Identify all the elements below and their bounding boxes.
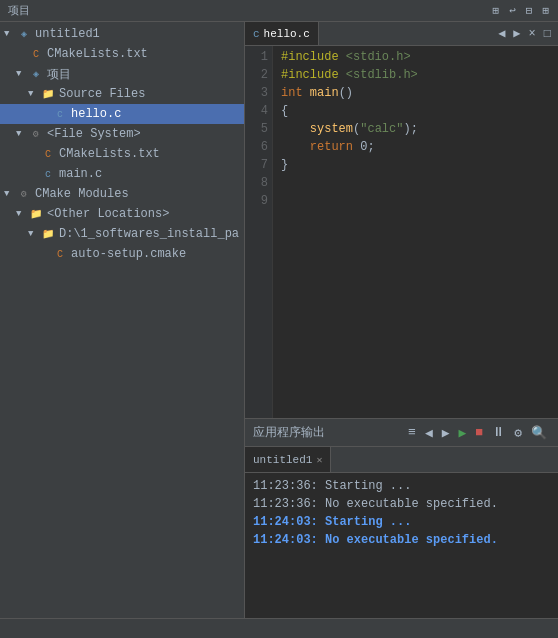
- output-title: 应用程序输出: [253, 424, 325, 441]
- arrow-icon: ▼: [28, 229, 40, 239]
- code-editor[interactable]: #include <stdio.h> #include <stdlib.h> i…: [273, 46, 558, 418]
- sidebar-item-untitled1[interactable]: ▼ ◈ untitled1: [0, 24, 244, 44]
- close-icon[interactable]: ×: [526, 27, 539, 41]
- c-file-icon: c: [52, 107, 68, 121]
- sidebar-tree: ▼ ◈ untitled1 C CMakeLists.txt ▼ ◈ 项目: [0, 22, 244, 618]
- cmake-icon: C: [52, 247, 68, 261]
- arrow-icon: ▼: [4, 29, 16, 39]
- sidebar-item-cmakelists-top[interactable]: C CMakeLists.txt: [0, 44, 244, 64]
- sidebar-item-label: main.c: [59, 167, 102, 181]
- arrow-icon: ▼: [4, 189, 16, 199]
- top-bar: 项目 ⊞ ↩ ⊟ ⊞: [0, 0, 558, 22]
- sidebar-item-label: D:\1_softwares_install_pa: [59, 227, 239, 241]
- sidebar-item-d1-softwares[interactable]: ▼ 📁 D:\1_softwares_install_pa: [0, 224, 244, 244]
- sidebar-item-label: CMakeLists.txt: [47, 47, 148, 61]
- sidebar-item-label: hello.c: [71, 107, 121, 121]
- line-numbers: 1 2 3 4 5 6 7 8 9: [245, 46, 273, 418]
- code-line-8: }: [281, 156, 550, 174]
- sidebar-item-untitled[interactable]: ▼ ◈ 项目: [0, 64, 244, 84]
- settings-icon[interactable]: ⚙: [511, 425, 525, 441]
- gear-icon: ⚙: [16, 187, 32, 201]
- code-line-4: int main(): [281, 84, 550, 102]
- c-tab-icon: c: [253, 28, 260, 40]
- sidebar-item-file-system[interactable]: ▼ ⚙ <File System>: [0, 124, 244, 144]
- stop-icon[interactable]: ■: [472, 425, 486, 440]
- editor-content: 1 2 3 4 5 6 7 8 9 #include <stdio.h> #in…: [245, 46, 558, 418]
- editor-area: c hello.c ◀ ▶ × □ 1 2 3 4 5 6 7 8 9: [245, 22, 558, 618]
- sidebar-item-label: CMakeLists.txt: [59, 147, 160, 161]
- output-content: 11:23:36: Starting ... 11:23:36: No exec…: [245, 473, 558, 618]
- editor-tab-hello-c[interactable]: c hello.c: [245, 22, 319, 45]
- code-line-5: {: [281, 102, 550, 120]
- cmake-icon: C: [40, 147, 56, 161]
- sidebar-item-label: auto-setup.cmake: [71, 247, 186, 261]
- sidebar-item-cmake-modules[interactable]: ▼ ⚙ CMake Modules: [0, 184, 244, 204]
- sidebar-item-label: <Other Locations>: [47, 207, 169, 221]
- output-panel: 应用程序输出 ≡ ◀ ▶ ▶ ■ ⏸ ⚙ 🔍 untitled1 ✕: [245, 418, 558, 618]
- code-line-6: system("calc");: [281, 120, 550, 138]
- gear-icon: ⚙: [28, 127, 44, 141]
- arrow-icon: ▼: [16, 129, 28, 139]
- cmake-icon: C: [28, 47, 44, 61]
- project-label: 项目: [0, 3, 38, 18]
- folder-icon: 📁: [40, 227, 56, 241]
- editor-tab-bar: c hello.c ◀ ▶ × □: [245, 22, 558, 46]
- arrow-icon: ▼: [16, 209, 28, 219]
- sidebar-item-label: untitled1: [35, 27, 100, 41]
- sidebar-item-hello-c[interactable]: c hello.c: [0, 104, 244, 124]
- search-icon[interactable]: 🔍: [528, 425, 550, 441]
- folder-icon: 📁: [28, 207, 44, 221]
- out-line-5: 11:24:03: No executable specified.: [253, 531, 550, 549]
- sidebar-item-cmakelists2[interactable]: C CMakeLists.txt: [0, 144, 244, 164]
- out-line-4: 11:24:03: Starting ...: [253, 513, 550, 531]
- code-line-1: #include <stdio.h>: [281, 48, 550, 66]
- tab-label: hello.c: [264, 28, 310, 40]
- link-icon[interactable]: ↩: [506, 3, 519, 18]
- output-tab-label: untitled1: [253, 454, 312, 466]
- window-icon[interactable]: □: [541, 27, 554, 41]
- code-line-2: #include <stdlib.h>: [281, 66, 550, 84]
- output-tab-untitled1[interactable]: untitled1 ✕: [245, 447, 331, 472]
- prev-icon[interactable]: ◀: [422, 425, 436, 441]
- output-tab-bar: untitled1 ✕: [245, 447, 558, 473]
- sidebar-item-auto-setup[interactable]: C auto-setup.cmake: [0, 244, 244, 264]
- main-area: ▼ ◈ untitled1 C CMakeLists.txt ▼ ◈ 项目: [0, 22, 558, 618]
- filter-icon[interactable]: ⊞: [490, 3, 503, 18]
- arrow-icon: ▼: [16, 69, 28, 79]
- editor-tab-icons: ◀ ▶ × □: [495, 22, 558, 45]
- status-bar: [0, 618, 558, 638]
- sidebar: ▼ ◈ untitled1 C CMakeLists.txt ▼ ◈ 项目: [0, 22, 245, 618]
- sidebar-item-other-locations[interactable]: ▼ 📁 <Other Locations>: [0, 204, 244, 224]
- output-tab-close[interactable]: ✕: [316, 454, 322, 466]
- next-icon[interactable]: ▶: [439, 425, 453, 441]
- out-line-1: 11:23:36: Starting ...: [253, 477, 550, 495]
- sidebar-item-label: Source Files: [59, 87, 145, 101]
- arrow-icon: ▼: [28, 89, 40, 99]
- next-icon[interactable]: ▶: [510, 26, 523, 41]
- sidebar-item-label: <File System>: [47, 127, 141, 141]
- sidebar-item-source-files[interactable]: ▼ 📁 Source Files: [0, 84, 244, 104]
- output-header: 应用程序输出 ≡ ◀ ▶ ▶ ■ ⏸ ⚙ 🔍: [245, 419, 558, 447]
- proj-icon: ◈: [28, 67, 44, 81]
- sidebar-item-main-c[interactable]: c main.c: [0, 164, 244, 184]
- out-line-2: 11:23:36: No executable specified.: [253, 495, 550, 513]
- suspend-icon[interactable]: ⏸: [489, 425, 508, 440]
- proj-icon: ◈: [16, 27, 32, 41]
- sidebar-item-label: 项目: [47, 66, 71, 83]
- prev-icon[interactable]: ◀: [495, 26, 508, 41]
- output-toolbar: ≡ ◀ ▶ ▶ ■ ⏸ ⚙ 🔍: [405, 425, 550, 441]
- folder-icon: 📁: [40, 87, 56, 101]
- sidebar-item-label: CMake Modules: [35, 187, 129, 201]
- grid-icon[interactable]: ⊟: [523, 3, 536, 18]
- top-bar-icons: ⊞ ↩ ⊟ ⊞: [490, 3, 559, 18]
- c-file-icon: c: [40, 167, 56, 181]
- expand-icon[interactable]: ⊞: [539, 3, 552, 18]
- filter-icon[interactable]: ≡: [405, 425, 419, 440]
- run-icon[interactable]: ▶: [456, 425, 470, 441]
- code-line-7: return 0;: [281, 138, 550, 156]
